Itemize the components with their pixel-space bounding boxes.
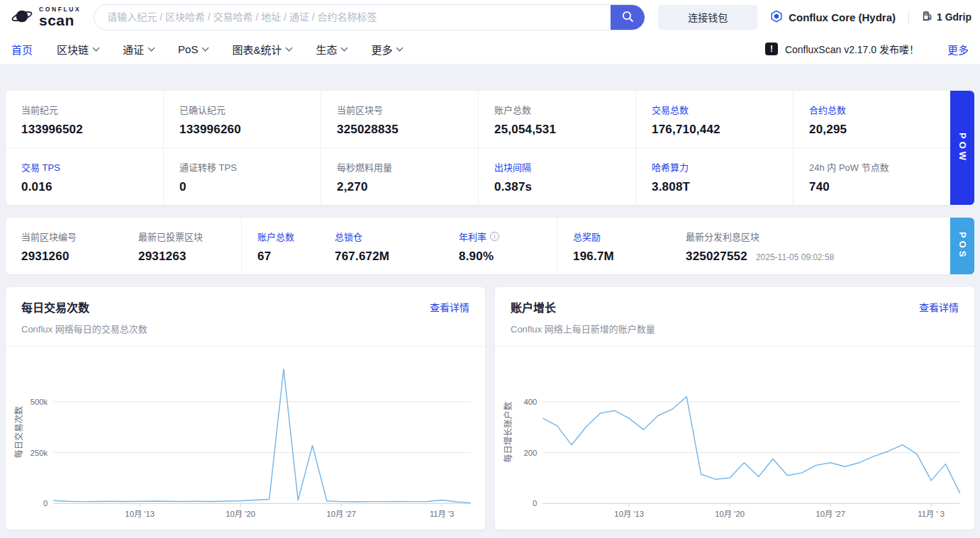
- svg-text:400: 400: [523, 398, 537, 406]
- chevron-down-icon: [148, 44, 155, 51]
- search-button[interactable]: [611, 5, 645, 30]
- pow-tab-label: POW: [957, 133, 968, 163]
- planet-logo-icon: [10, 6, 34, 29]
- search-input[interactable]: [94, 5, 611, 30]
- stat-pos-apy: 年利率 i 8.90%: [443, 218, 557, 274]
- svg-text:每日增长账户数: 每日增长账户数: [503, 402, 513, 463]
- nav-item-more[interactable]: 更多: [371, 42, 402, 57]
- stat-value: 325027552 2025-11-05 09:02:58: [686, 250, 935, 264]
- chart-header: 账户增长 Conflux 网络上每日新增的账户数量 查看详情: [495, 287, 974, 347]
- stat-total-contracts: 合约总数 20,295: [793, 91, 950, 147]
- info-icon[interactable]: i: [490, 232, 499, 241]
- stat-value: 0.387s: [494, 180, 620, 194]
- svg-text:10月 '20: 10月 '20: [225, 510, 255, 518]
- stat-label-link[interactable]: 交易总数: [652, 103, 777, 116]
- stat-pos-total-reward: 总奖励 196.7M: [557, 218, 670, 274]
- stat-confirmed-epoch: 已确认纪元 133996260: [163, 91, 321, 147]
- stat-total-accounts: 账户总数 25,054,531: [478, 91, 635, 147]
- nav-item-blockchain[interactable]: 区块链: [57, 42, 99, 57]
- account-growth-line-chart: 020040010月 '1310月 '2010月 '2711月 ' 3每日增长账…: [495, 347, 974, 529]
- stat-pos-last-interest-block: 最新分发利息区块 325027552 2025-11-05 09:02:58: [670, 218, 950, 274]
- nav-item-label: 首页: [11, 42, 33, 57]
- stat-label: 每秒燃料用量: [337, 160, 462, 174]
- stat-label: 24h 内 PoW 节点数: [809, 160, 935, 174]
- chevron-down-icon: [286, 44, 293, 51]
- stat-value: 133996260: [179, 123, 305, 137]
- nav-item-ecosystem[interactable]: 生态: [316, 42, 347, 57]
- dashboard: 当前纪元 133996502 已确认纪元 133996260 当前区块号 325…: [0, 91, 980, 529]
- announcement-text: ConfluxScan v2.17.0 发布喽！: [785, 42, 919, 56]
- svg-text:11月 ' 3: 11月 ' 3: [918, 510, 945, 518]
- chevron-down-icon: [396, 44, 403, 51]
- nav-item-label: 通证: [123, 42, 144, 57]
- nav-item-label: PoS: [178, 43, 198, 55]
- svg-text:10月 '27: 10月 '27: [326, 510, 356, 518]
- stat-label-link[interactable]: 总奖励: [573, 230, 655, 243]
- stat-value: 3.808T: [652, 180, 777, 194]
- svg-text:10月 '13: 10月 '13: [125, 510, 155, 518]
- chart-title: 每日交易次数: [21, 298, 147, 315]
- stat-pos-voted-block: 最新已投票区块 2931263: [123, 218, 241, 274]
- logo-bottom-text: scan: [39, 13, 81, 28]
- announcement-more-link[interactable]: 更多: [947, 42, 969, 57]
- stat-label-link[interactable]: 年利率 i: [459, 230, 541, 243]
- pow-stats-row-1: 当前纪元 133996502 已确认纪元 133996260 当前区块号 325…: [6, 91, 950, 148]
- stat-label: 最新分发利息区块: [686, 230, 935, 243]
- gas-price[interactable]: 1 Gdrip: [922, 11, 971, 23]
- logo-text: CONFLUX scan: [39, 6, 81, 28]
- announcement-icon: !: [765, 43, 778, 55]
- stat-value: 196.7M: [573, 250, 655, 264]
- svg-text:0: 0: [533, 499, 537, 508]
- nav-item-label: 生态: [316, 42, 337, 57]
- stat-value: 2931263: [138, 250, 225, 264]
- stat-value: 740: [809, 180, 935, 194]
- pos-tab-label: POS: [957, 232, 968, 259]
- stat-value: 0.016: [21, 180, 147, 194]
- stat-label-link[interactable]: 哈希算力: [652, 160, 777, 174]
- daily-transactions-line-chart: 0250k500k10月 '1310月 '2010月 '2711月 '3每日交易…: [6, 347, 485, 529]
- chevron-down-icon: [341, 44, 348, 51]
- pow-stats-card: 当前纪元 133996502 已确认纪元 133996260 当前区块号 325…: [6, 91, 950, 205]
- pos-stats-section: 当前区块编号 2931260 最新已投票区块 2931263 账户总数 67 总…: [6, 218, 974, 274]
- stat-label-link[interactable]: 账户总数: [257, 230, 304, 243]
- confluxscan-logo[interactable]: CONFLUX scan: [10, 6, 81, 29]
- stat-value: 133996502: [21, 123, 147, 137]
- connect-wallet-button[interactable]: 连接钱包: [658, 5, 757, 30]
- main-nav: 首页 区块链 通证 PoS 图表&统计 生态 更多 ! ConfluxScan …: [0, 34, 980, 64]
- chevron-down-icon: [202, 44, 209, 51]
- stat-label: 已确认纪元: [179, 103, 305, 116]
- svg-text:11月 '3: 11月 '3: [430, 510, 455, 518]
- stat-current-epoch: 当前纪元 133996502: [6, 91, 163, 147]
- view-details-link[interactable]: 查看详情: [430, 300, 469, 314]
- nav-item-label: 更多: [371, 42, 392, 57]
- stat-label: 当前区块编号: [21, 230, 107, 243]
- stat-pos-block-number: 当前区块编号 2931260: [6, 218, 123, 274]
- nav-item-home[interactable]: 首页: [11, 42, 33, 57]
- stat-label: 账户总数: [494, 103, 620, 116]
- gas-pump-icon: [922, 11, 932, 23]
- stat-label: 通证转移 TPS: [179, 160, 305, 174]
- stat-value: 2931260: [21, 250, 107, 264]
- network-selector[interactable]: Conflux Core (Hydra): [770, 10, 896, 25]
- view-details-link[interactable]: 查看详情: [919, 300, 959, 314]
- nav-item-pos[interactable]: PoS: [178, 43, 208, 55]
- chart-subtitle: Conflux 网络每日的交易总次数: [21, 322, 147, 335]
- nav-item-tokens[interactable]: 通证: [123, 42, 154, 57]
- svg-text:200: 200: [523, 449, 537, 457]
- stat-label-link[interactable]: 出块间隔: [494, 160, 620, 174]
- stat-label-link[interactable]: 交易 TPS: [21, 160, 147, 174]
- stat-timestamp: 2025-11-05 09:02:58: [756, 252, 835, 262]
- gas-price-label: 1 Gdrip: [937, 11, 971, 23]
- stat-total-transactions: 交易总数 176,710,442: [635, 91, 793, 147]
- pos-stats-row: 当前区块编号 2931260 最新已投票区块 2931263 账户总数 67 总…: [6, 218, 950, 274]
- stat-pos-accounts: 账户总数 67: [241, 218, 319, 274]
- stat-token-transfer-tps: 通证转移 TPS 0: [163, 148, 321, 205]
- stat-label-link[interactable]: 合约总数: [809, 103, 935, 116]
- stat-value: 25,054,531: [494, 123, 620, 137]
- pow-tab: POW: [950, 91, 974, 205]
- stat-label: 当前区块号: [337, 103, 462, 116]
- chart-titles: 每日交易次数 Conflux 网络每日的交易总次数: [21, 298, 147, 335]
- nav-item-charts-stats[interactable]: 图表&统计: [232, 42, 291, 57]
- stat-tx-tps: 交易 TPS 0.016: [6, 148, 163, 205]
- stat-label-link[interactable]: 总锁仓: [335, 230, 428, 243]
